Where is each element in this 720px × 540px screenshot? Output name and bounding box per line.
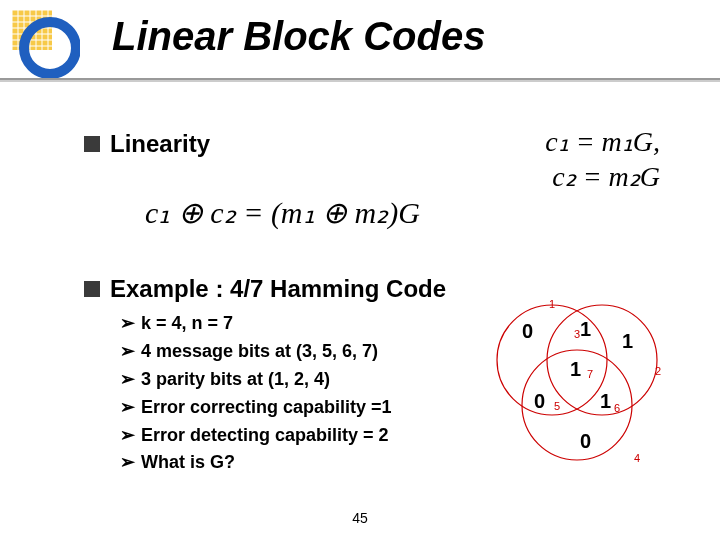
- venn-bit-4: 0: [580, 430, 591, 453]
- bullet-linearity: Linearity: [84, 130, 210, 158]
- arrow-icon: ➢: [120, 313, 135, 333]
- slide: Linear Block Codes Linearity c₁ = m₁G, c…: [0, 0, 720, 540]
- slide-logo: [12, 10, 80, 78]
- arrow-icon: ➢: [120, 341, 135, 361]
- venn-bit-2: 1: [622, 330, 633, 353]
- arrow-icon: ➢: [120, 452, 135, 472]
- sub-item-text: Error correcting capability =1: [141, 397, 392, 417]
- sub-item: ➢What is G?: [120, 449, 392, 477]
- sub-item-text: Error detecting capability = 2: [141, 425, 389, 445]
- sub-item: ➢Error detecting capability = 2: [120, 422, 392, 450]
- venn-bit-7: 1: [570, 358, 581, 381]
- venn-bit-6: 1: [600, 390, 611, 413]
- sub-item-text: 4 message bits at (3, 5, 6, 7): [141, 341, 378, 361]
- bullet-linearity-text: Linearity: [110, 130, 210, 158]
- sub-item-text: k = 4, n = 7: [141, 313, 233, 333]
- sub-item: ➢3 parity bits at (1, 2, 4): [120, 366, 392, 394]
- page-number: 45: [0, 510, 720, 526]
- sub-item-text: What is G?: [141, 452, 235, 472]
- venn-bit-5: 0: [534, 390, 545, 413]
- bullet-example-text: Example : 4/7 Hamming Code: [110, 275, 446, 303]
- bullet-example: Example : 4/7 Hamming Code: [84, 275, 446, 303]
- equation-xor: c₁ ⊕ c₂ = (m₁ ⊕ m₂)G: [145, 195, 420, 230]
- bullet-square-icon: [84, 281, 100, 297]
- bullet-square-icon: [84, 136, 100, 152]
- sub-item-text: 3 parity bits at (1, 2, 4): [141, 369, 330, 389]
- title-underline: [0, 78, 720, 80]
- arrow-icon: ➢: [120, 397, 135, 417]
- example-sub-list: ➢k = 4, n = 7 ➢4 message bits at (3, 5, …: [120, 310, 392, 477]
- venn-bit-1: 0: [522, 320, 533, 343]
- venn-diagram: 1 2 3 4 5 6 7 0 1 1 0 0 1 1: [472, 290, 682, 480]
- sub-item: ➢k = 4, n = 7: [120, 310, 392, 338]
- equation-c2: c₂ = m₂G: [552, 160, 660, 193]
- venn-bit-3: 1: [580, 318, 591, 341]
- arrow-icon: ➢: [120, 369, 135, 389]
- equation-c1: c₁ = m₁G,: [545, 125, 660, 158]
- slide-title: Linear Block Codes: [112, 14, 485, 59]
- arrow-icon: ➢: [120, 425, 135, 445]
- sub-item: ➢4 message bits at (3, 5, 6, 7): [120, 338, 392, 366]
- sub-item: ➢Error correcting capability =1: [120, 394, 392, 422]
